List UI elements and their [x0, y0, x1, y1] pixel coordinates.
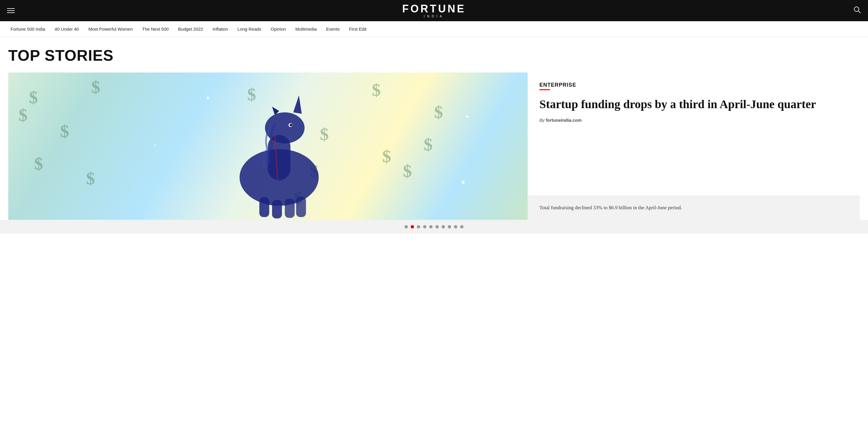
carousel-dot-10[interactable]: [460, 225, 463, 228]
carousel-dot-6[interactable]: [435, 225, 439, 228]
story-category: ENTERPRISE: [539, 82, 576, 90]
nav-firstedit[interactable]: First Edit: [344, 21, 371, 37]
carousel-dot-9[interactable]: [454, 225, 457, 228]
decorative-dollar: $: [86, 168, 95, 188]
svg-line-1: [858, 11, 860, 13]
decorative-star: ★: [465, 114, 469, 119]
story-byline: Byfortuneindia.com: [539, 118, 848, 123]
decorative-dollar: $: [91, 77, 100, 97]
decorative-dollar: $: [34, 153, 43, 174]
nav-multimedia[interactable]: Multimedia: [290, 21, 321, 37]
decorative-star: ★: [154, 143, 157, 148]
svg-rect-9: [296, 197, 306, 217]
decorative-dollar: $: [372, 80, 381, 100]
nav-inflation[interactable]: Inflation: [208, 21, 233, 37]
story-info-panel: ENTERPRISE Startup funding drops by a th…: [528, 72, 860, 220]
svg-point-11: [290, 124, 292, 126]
nav-fortune500india[interactable]: Fortune 500 India: [6, 21, 50, 37]
nav-40under40[interactable]: 40 Under 40: [50, 21, 84, 37]
nav-thenext500[interactable]: The Next 500: [137, 21, 174, 37]
decorative-star: ★: [460, 179, 466, 186]
decorative-dollar: $: [19, 105, 27, 125]
svg-rect-6: [259, 197, 270, 217]
decorative-star: ★: [206, 95, 210, 101]
carousel-dot-3[interactable]: [417, 225, 420, 228]
carousel-dot-7[interactable]: [442, 225, 445, 228]
carousel-dots: [0, 220, 868, 234]
unicorn-illustration: [223, 79, 335, 220]
logo-sub: INDIA: [402, 14, 466, 18]
search-button[interactable]: [853, 6, 861, 15]
nav-longreads[interactable]: Long Reads: [232, 21, 266, 37]
decorative-dollar: $: [424, 135, 433, 155]
decorative-dollar: $: [382, 146, 391, 167]
svg-rect-7: [272, 200, 282, 218]
logo-text: FORTUNE: [402, 3, 466, 14]
secondary-nav: Fortune 500 India 40 Under 40 Most Power…: [0, 21, 868, 37]
story-excerpt: Total fundraising declined 33% to $6.9 b…: [539, 204, 848, 212]
story-headline[interactable]: Startup funding drops by a third in Apri…: [539, 97, 848, 112]
carousel-dot-1[interactable]: [405, 225, 408, 228]
section-title: TOP STORIES: [8, 47, 860, 64]
nav-opinion[interactable]: Opinion: [266, 21, 290, 37]
byline-source: fortuneindia.com: [546, 118, 582, 123]
top-nav: FORTUNE INDIA: [0, 0, 868, 21]
carousel-dot-4[interactable]: [423, 225, 426, 228]
story-image[interactable]: $ $ $ $ $ $ $ $ $ $ $ $ $ $ $: [8, 72, 528, 220]
decorative-dollar: $: [29, 87, 38, 108]
decorative-dollar: $: [60, 121, 69, 142]
carousel-dot-5[interactable]: [429, 225, 433, 228]
carousel-dot-8[interactable]: [448, 225, 451, 228]
svg-rect-8: [285, 199, 295, 218]
top-story-card: $ $ $ $ $ $ $ $ $ $ $ $ $ $ $: [8, 72, 860, 220]
nav-mostpowerfulwomen[interactable]: Most Powerful Women: [84, 21, 137, 37]
nav-budget2022[interactable]: Budget 2022: [174, 21, 208, 37]
logo-container: FORTUNE INDIA: [402, 3, 466, 18]
main-content: TOP STORIES $ $ $ $ $ $ $ $ $ $ $ $ $ $ …: [0, 37, 868, 220]
decorative-dollar: $: [403, 161, 412, 181]
story-excerpt-area: Total fundraising declined 33% to $6.9 b…: [528, 196, 860, 220]
byline-prefix: By: [539, 118, 545, 123]
svg-marker-5: [293, 95, 302, 114]
carousel-dot-2[interactable]: [411, 225, 414, 228]
decorative-dollar: $: [434, 102, 443, 122]
nav-events[interactable]: Events: [321, 21, 344, 37]
hamburger-menu[interactable]: [7, 8, 15, 13]
